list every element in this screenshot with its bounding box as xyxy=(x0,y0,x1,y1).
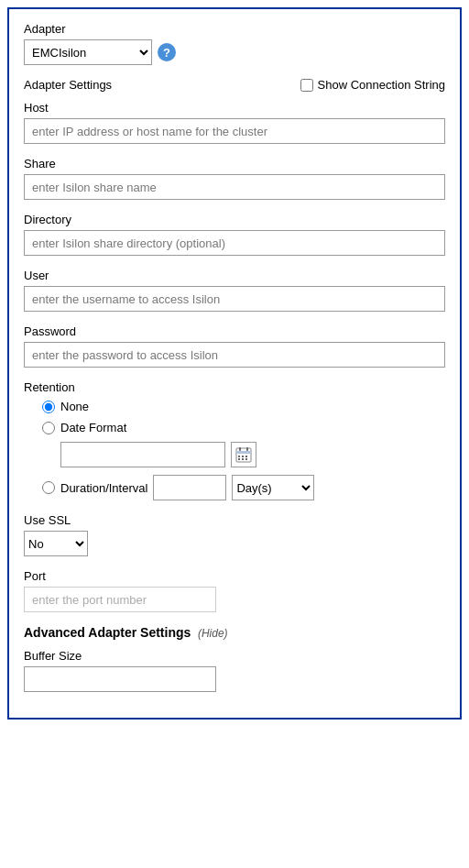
host-input[interactable] xyxy=(24,118,445,144)
retention-none-label: None xyxy=(60,400,89,413)
password-label: Password xyxy=(24,324,445,338)
svg-rect-3 xyxy=(246,447,248,451)
retention-none-radio[interactable] xyxy=(42,401,55,413)
retention-label: Retention xyxy=(24,380,445,394)
share-input[interactable] xyxy=(24,174,445,200)
svg-rect-5 xyxy=(242,456,244,457)
calendar-button[interactable] xyxy=(231,442,256,467)
svg-rect-2 xyxy=(239,447,241,451)
retention-duration-radio[interactable] xyxy=(42,481,55,494)
host-label: Host xyxy=(24,101,445,115)
directory-input[interactable] xyxy=(24,230,445,256)
duration-input[interactable] xyxy=(153,475,226,500)
show-connection-label: Show Connection String xyxy=(318,78,445,92)
advanced-settings-title: Advanced Adapter Settings xyxy=(24,625,191,640)
retention-date-radio[interactable] xyxy=(42,422,55,434)
password-input[interactable] xyxy=(24,342,445,368)
help-icon[interactable]: ? xyxy=(158,43,176,61)
adapter-label: Adapter xyxy=(24,22,445,36)
retention-date-label: Date Format xyxy=(60,421,126,434)
port-label: Port xyxy=(24,569,445,583)
ssl-select[interactable]: No Yes xyxy=(24,531,88,556)
port-input[interactable] xyxy=(24,587,216,612)
svg-rect-6 xyxy=(245,456,247,457)
buffer-size-input[interactable]: 8192 xyxy=(24,666,216,692)
days-select[interactable]: Day(s) Week(s) Month(s) Year(s) xyxy=(232,475,314,500)
svg-rect-4 xyxy=(238,456,240,457)
show-connection-checkbox[interactable] xyxy=(300,79,313,92)
date-format-input[interactable] xyxy=(60,442,225,467)
advanced-hide-link[interactable]: (Hide) xyxy=(198,627,228,640)
retention-duration-label: Duration/Interval xyxy=(60,481,147,495)
svg-rect-8 xyxy=(242,458,244,460)
share-label: Share xyxy=(24,157,445,170)
svg-rect-9 xyxy=(245,458,247,460)
svg-rect-7 xyxy=(238,458,240,460)
directory-label: Directory xyxy=(24,213,445,226)
adapter-select[interactable]: EMCIsilon xyxy=(24,39,152,65)
ssl-label: Use SSL xyxy=(24,513,445,527)
adapter-settings-label: Adapter Settings xyxy=(24,78,112,92)
user-label: User xyxy=(24,269,445,282)
svg-rect-1 xyxy=(236,451,251,454)
buffer-size-label: Buffer Size xyxy=(24,649,445,663)
user-input[interactable] xyxy=(24,286,445,312)
